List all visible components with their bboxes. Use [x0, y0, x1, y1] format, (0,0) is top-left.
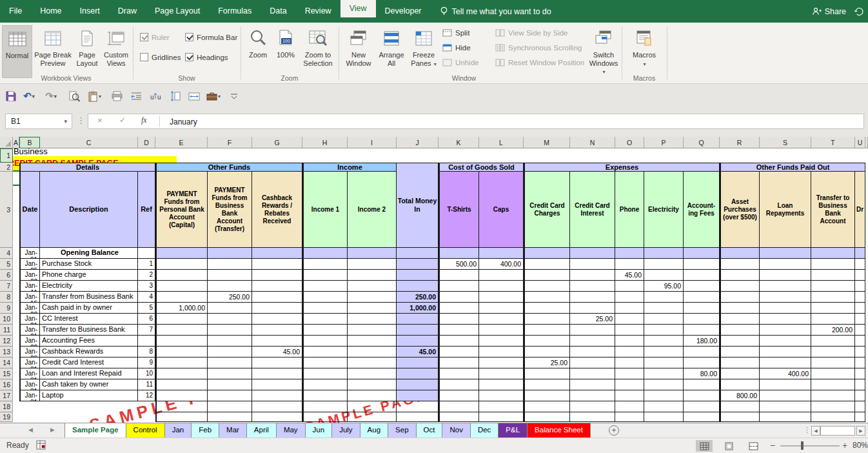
cell-I10[interactable]: [348, 314, 397, 325]
cell-P13[interactable]: [644, 347, 684, 357]
sheet-tab-jun[interactable]: Jun: [306, 423, 333, 438]
cell-O18[interactable]: [615, 401, 644, 412]
cell-C7[interactable]: Electricity: [40, 281, 138, 292]
cell-T10[interactable]: [811, 314, 855, 325]
cell-E16[interactable]: [155, 379, 208, 390]
column-header-S[interactable]: S: [760, 137, 811, 148]
row-header-4[interactable]: 4: [0, 248, 13, 259]
enter-icon[interactable]: ✓: [119, 116, 126, 125]
sheet-tab-control[interactable]: Control: [126, 423, 165, 438]
cell-N9[interactable]: [570, 303, 615, 314]
cell-M17[interactable]: [524, 390, 570, 401]
column-header-label-N[interactable]: Credit Card Interest: [570, 172, 615, 248]
cell-D7[interactable]: 3: [138, 281, 155, 292]
cell-K19[interactable]: [439, 412, 479, 422]
cell-E12[interactable]: [155, 336, 208, 347]
cell-I18[interactable]: [348, 401, 397, 412]
cell-D16[interactable]: 11: [138, 379, 155, 390]
cell-S4[interactable]: [760, 248, 811, 259]
cell-Q7[interactable]: [684, 281, 720, 292]
row-header-12[interactable]: 12: [0, 336, 13, 347]
cell-H17[interactable]: [302, 390, 348, 401]
row-header-19[interactable]: 19: [0, 412, 13, 422]
cell-S19[interactable]: [760, 412, 811, 422]
cell-E14[interactable]: [155, 357, 208, 368]
cell-C13[interactable]: Cashback Rewards: [40, 347, 138, 357]
cell-M15[interactable]: [524, 368, 570, 379]
sheet-tab-feb[interactable]: Feb: [192, 423, 219, 438]
column-header-R[interactable]: R: [720, 137, 760, 148]
row-header-5[interactable]: 5: [0, 259, 13, 270]
cell-J17[interactable]: [397, 390, 439, 401]
cell-N16[interactable]: [570, 379, 615, 390]
cell-B13[interactable]: Jan-28: [19, 347, 40, 357]
cell-C17[interactable]: Laptop: [40, 390, 138, 401]
cell-J4[interactable]: [397, 248, 439, 259]
cell-E4[interactable]: [155, 248, 208, 259]
cell-Q13[interactable]: [684, 347, 720, 357]
cell-H16[interactable]: [302, 379, 348, 390]
cell-C9[interactable]: Cash paid in by owner: [40, 303, 138, 314]
column-header-label-Q[interactable]: Account-ing Fees: [684, 172, 720, 248]
cell-R19[interactable]: [720, 412, 760, 422]
cell-N17[interactable]: [570, 390, 615, 401]
cell-Q18[interactable]: [684, 401, 720, 412]
cell-E5[interactable]: [155, 259, 208, 270]
cell-J14[interactable]: [397, 357, 439, 368]
cell-D4[interactable]: [138, 248, 155, 259]
insert-function-icon[interactable]: fx: [141, 116, 147, 125]
row-header-7[interactable]: 7: [0, 281, 13, 292]
save-button[interactable]: [4, 89, 18, 103]
cell-N12[interactable]: [570, 336, 615, 347]
formula-bar[interactable]: × ✓ fx January: [88, 114, 864, 129]
cell-B17[interactable]: Jan-31: [19, 390, 40, 401]
cell-Q10[interactable]: [684, 314, 720, 325]
cell-Q4[interactable]: [684, 248, 720, 259]
cell-O14[interactable]: [615, 357, 644, 368]
cell-L18[interactable]: [479, 401, 524, 412]
cell-B16[interactable]: Jan-31: [19, 379, 40, 390]
cell-I4[interactable]: [348, 248, 397, 259]
cell-S7[interactable]: [760, 281, 811, 292]
cell-T6[interactable]: [811, 270, 855, 281]
normal-view-status-button[interactable]: [696, 440, 713, 452]
cell-P11[interactable]: [644, 325, 684, 336]
group-header-other-funds[interactable]: Other Funds: [155, 163, 302, 172]
cell-U5[interactable]: [855, 259, 865, 270]
cell-P18[interactable]: [644, 401, 684, 412]
synchronous-scrolling-button[interactable]: Synchronous Scrolling: [495, 44, 582, 52]
zoom-to-selection-button[interactable]: Zoom to Selection: [301, 25, 335, 78]
cell-M18[interactable]: [524, 401, 570, 412]
cell-I17[interactable]: [348, 390, 397, 401]
hscroll-thumb[interactable]: [820, 426, 855, 436]
cell-P7[interactable]: 95.00: [644, 281, 684, 292]
cell-R18[interactable]: [720, 401, 760, 412]
cell-L10[interactable]: [479, 314, 524, 325]
cell-R16[interactable]: [720, 379, 760, 390]
cell-T14[interactable]: [811, 357, 855, 368]
cell-N7[interactable]: [570, 281, 615, 292]
cell-J12[interactable]: [397, 336, 439, 347]
cell-U18[interactable]: [855, 401, 865, 412]
column-header-label-B[interactable]: Date: [19, 172, 40, 248]
cell-D15[interactable]: 10: [138, 368, 155, 379]
cell-U8[interactable]: [855, 292, 865, 303]
cell-G7[interactable]: [252, 281, 302, 292]
normal-view-button[interactable]: Normal: [2, 25, 32, 78]
cell-L15[interactable]: [479, 368, 524, 379]
cell-T5[interactable]: [811, 259, 855, 270]
column-header-N[interactable]: N: [570, 137, 615, 148]
cell-G16[interactable]: [252, 379, 302, 390]
name-box-dropdown-icon[interactable]: ▾: [64, 114, 67, 128]
freeze-panes-button[interactable]: Freeze Panes ▾: [409, 25, 439, 78]
cell-C5[interactable]: Purchase Stock: [40, 259, 138, 270]
name-box[interactable]: B1 ▾: [5, 114, 72, 129]
cell-G9[interactable]: [252, 303, 302, 314]
cell-B14[interactable]: Jan-31: [19, 357, 40, 368]
zoom-in-button[interactable]: +: [842, 440, 847, 450]
cell-G8[interactable]: [252, 292, 302, 303]
tell-me-box[interactable]: Tell me what you want to do: [431, 0, 560, 23]
sheet-tab-p-l[interactable]: P&L: [498, 423, 528, 438]
cell-T4[interactable]: [811, 248, 855, 259]
cell-J7[interactable]: [397, 281, 439, 292]
